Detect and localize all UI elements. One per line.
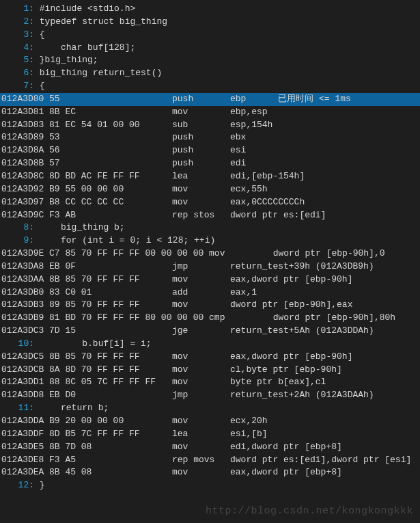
asm-line: 012A3DC37D 15jgereturn_test+5Ah (012A3DD… [0,325,420,338]
source-line: 4: char buf[128]; [0,42,420,55]
asm-mnemonic: push [172,93,230,106]
timing-annotation: 已用时间 <= 1ms [246,94,350,104]
watermark-text: http://blog.csdn.net/kongkongkkk [206,504,413,519]
asm-line: 012A3DCB8A 8D 70 FF FF FFmovcl,byte ptr … [0,364,420,377]
asm-line: 012A3D97B8 CC CC CC CCmoveax,0CCCCCCCCh [0,196,420,209]
line-number: 3: [5,29,34,42]
source-code: #include <stdio.h> [40,3,135,14]
asm-line: 012A3D8C8D BD AC FE FF FFleaedi,[ebp-154… [0,170,420,183]
asm-line: 012A3DAA8B 85 70 FF FF FFmoveax,dword pt… [0,273,420,286]
asm-line: 012A3D92B9 55 00 00 00movecx,55h [0,183,420,196]
line-number: 11: [5,402,34,415]
asm-line: 012A3D8953pushebx [0,131,420,144]
source-line: 11: return b; [0,402,420,415]
asm-line-current: 012A3D8055pushebp 已用时间 <= 1ms [0,93,420,106]
disassembly-editor: 1: #include <stdio.h> 2: typedef struct … [0,0,420,495]
line-number: 7: [5,80,34,93]
asm-line: 012A3DB981 BD 70 FF FF FF 80 00 00 00 cm… [0,312,420,325]
asm-line: 012A3D9EC7 85 70 FF FF FF 00 00 00 00 mo… [0,247,420,260]
asm-line: 012A3DE58B 7D 08movedi,dword ptr [ebp+8] [0,441,420,454]
line-number: 6: [5,67,34,80]
asm-line: 012A3D818B ECmovebp,esp [0,106,420,119]
source-line: 8: big_thing b; [0,222,420,234]
source-code: { [40,29,45,40]
line-number: 4: [5,42,34,55]
asm-line: 012A3DE8F3 A5rep movsdword ptr es:[edi],… [0,454,420,467]
asm-address: 012A3D80 [1,93,49,106]
asm-line: 012A3DEA8B 45 08moveax,dword ptr [ebp+8] [0,466,420,479]
source-line: 10: b.buf[i] = i; [0,338,420,351]
source-line: 12: } [0,479,420,492]
asm-line: 012A3D8381 EC 54 01 00 00subesp,154h [0,119,420,132]
source-code: return b; [40,403,109,413]
line-number: 12: [5,479,34,492]
source-code: } [40,480,45,490]
asm-line: 012A3DDF8D B5 7C FF FF FFleaesi,[b] [0,428,420,441]
source-line: 7: { [0,80,420,93]
source-line: 2: typedef struct big_thing [0,16,420,29]
line-number: 5: [5,54,34,67]
source-code: for (int i = 0; i < 128; ++i) [40,235,215,245]
source-line: 3: { [0,29,420,42]
asm-operands: ebp [230,94,246,104]
source-line: 6: big_thing return_test() [0,67,420,80]
asm-line: 012A3DA8EB 0Fjmpreturn_test+39h (012A3DB… [0,260,420,273]
source-line: 5: }big_thing; [0,54,420,67]
source-code: big_thing b; [40,222,125,232]
source-code: b.buf[i] = i; [40,338,152,349]
source-line: 1: #include <stdio.h> [0,3,420,16]
asm-line: 012A3D8A56pushesi [0,144,420,157]
asm-line: 012A3D9CF3 ABrep stosdword ptr es:[edi] [0,209,420,222]
line-number: 2: [5,16,34,29]
source-line: 9: for (int i = 0; i < 128; ++i) [0,234,420,247]
asm-line: 012A3D8B57pushedi [0,157,420,170]
asm-line: 012A3DC58B 85 70 FF FF FFmoveax,dword pt… [0,351,420,364]
source-code: big_thing return_test() [40,68,162,78]
asm-line: 012A3DB083 C0 01addeax,1 [0,286,420,299]
source-code: typedef struct big_thing [40,16,167,27]
asm-line: 012A3DD188 8C 05 7C FF FF FFmovbyte ptr … [0,376,420,389]
asm-line: 012A3DD8EB D0jmpreturn_test+2Ah (012A3DA… [0,389,420,402]
asm-line: 012A3DB389 85 70 FF FF FFmovdword ptr [e… [0,299,420,312]
source-code: }big_thing; [40,55,98,65]
line-number: 9: [5,234,34,247]
source-code: char buf[128]; [40,42,135,53]
line-number: 8: [5,222,34,234]
asm-bytes: 55 [49,93,172,106]
asm-line: 012A3DDAB9 20 00 00 00movecx,20h [0,415,420,428]
line-number: 10: [5,338,34,351]
source-code: { [40,81,45,91]
line-number: 1: [5,3,34,16]
